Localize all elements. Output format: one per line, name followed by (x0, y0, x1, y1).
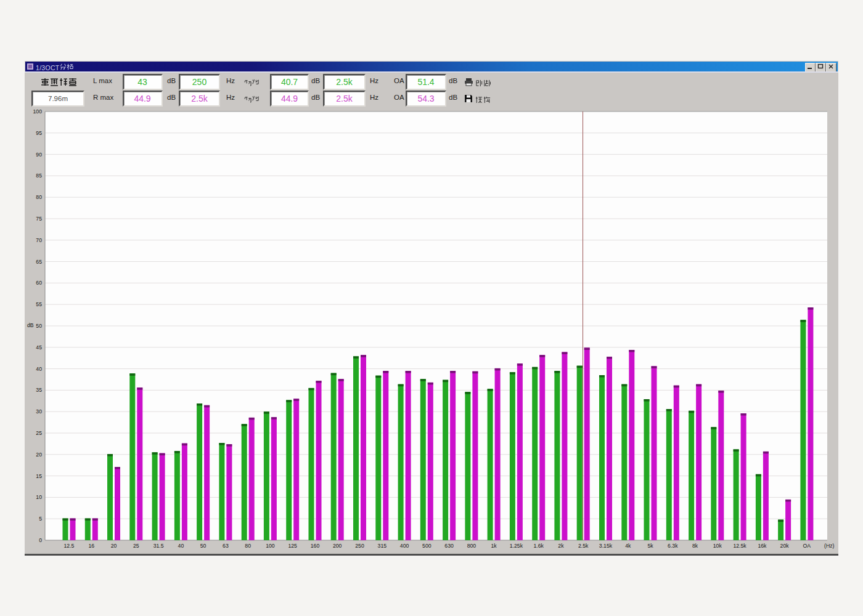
svg-text:12.5k: 12.5k (733, 543, 746, 549)
svg-text:4k: 4k (625, 543, 631, 549)
svg-text:10: 10 (36, 494, 42, 500)
svg-text:100: 100 (33, 108, 43, 115)
svg-text:100: 100 (266, 543, 275, 549)
svg-text:400: 400 (400, 543, 409, 549)
svg-text:10k: 10k (713, 543, 722, 549)
svg-text:1k: 1k (491, 543, 497, 549)
svg-text:315: 315 (378, 543, 387, 549)
svg-text:5k: 5k (647, 543, 653, 549)
svg-text:0: 0 (39, 537, 42, 543)
svg-text:45: 45 (36, 344, 42, 351)
svg-text:30: 30 (36, 408, 42, 415)
svg-text:20: 20 (36, 452, 42, 458)
svg-text:1.6k: 1.6k (533, 543, 544, 549)
svg-text:OA: OA (803, 543, 811, 549)
svg-text:80: 80 (245, 543, 251, 549)
svg-text:70: 70 (36, 237, 42, 243)
svg-text:1.25k: 1.25k (510, 543, 523, 549)
svg-text:6.3k: 6.3k (668, 543, 678, 549)
svg-text:125: 125 (288, 543, 297, 549)
svg-text:200: 200 (333, 543, 342, 549)
svg-text:85: 85 (36, 172, 42, 179)
svg-text:630: 630 (444, 543, 454, 549)
svg-text:8k: 8k (692, 543, 698, 549)
svg-text:63: 63 (223, 543, 229, 549)
svg-text:15: 15 (36, 473, 42, 479)
svg-text:12.5: 12.5 (64, 543, 75, 549)
svg-text:250: 250 (355, 543, 364, 549)
svg-text:dB: dB (27, 322, 34, 328)
svg-text:16k: 16k (758, 543, 767, 549)
svg-text:50: 50 (36, 323, 42, 329)
svg-text:95: 95 (36, 130, 42, 136)
svg-text:2k: 2k (558, 543, 564, 549)
svg-text:800: 800 (467, 543, 476, 549)
svg-text:40: 40 (178, 543, 184, 549)
svg-text:55: 55 (36, 301, 42, 307)
svg-text:20k: 20k (780, 543, 790, 549)
svg-text:25: 25 (36, 430, 42, 436)
svg-text:90: 90 (36, 152, 42, 158)
svg-text:60: 60 (36, 280, 42, 286)
svg-text:20: 20 (111, 543, 117, 549)
svg-text:3.15k: 3.15k (599, 543, 613, 549)
svg-text:160: 160 (311, 543, 320, 549)
svg-text:65: 65 (36, 259, 42, 265)
svg-text:75: 75 (36, 216, 42, 222)
svg-text:25: 25 (133, 543, 139, 549)
svg-text:40: 40 (36, 366, 42, 372)
svg-text:35: 35 (36, 387, 42, 393)
svg-text:16: 16 (88, 543, 94, 549)
svg-text:2.5k: 2.5k (578, 543, 589, 549)
svg-text:50: 50 (200, 543, 207, 549)
svg-text:80: 80 (36, 194, 42, 200)
svg-text:500: 500 (422, 543, 432, 549)
svg-text:31.5: 31.5 (153, 543, 164, 549)
svg-text:(Hz): (Hz) (824, 543, 835, 549)
svg-text:5: 5 (39, 516, 42, 522)
